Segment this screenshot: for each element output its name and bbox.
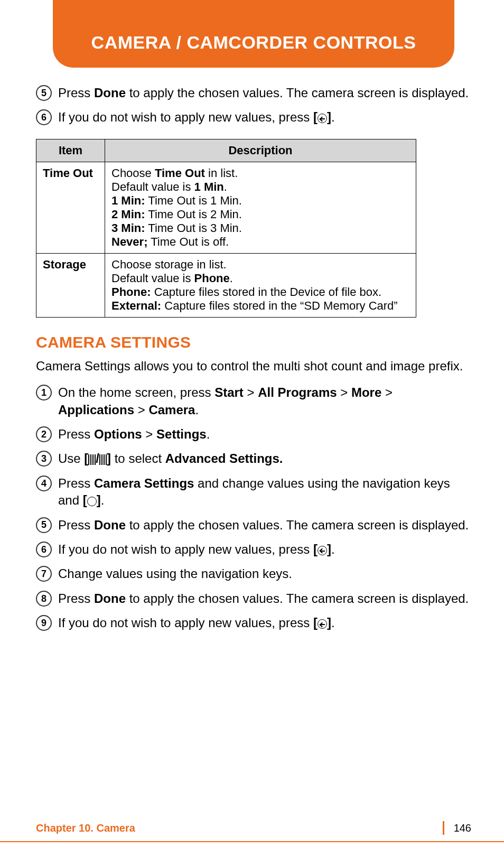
table-header-description: Description <box>105 139 416 162</box>
page-content: 5Press Done to apply the chosen values. … <box>36 85 470 639</box>
settings-table: Item Description Time OutChoose Time Out… <box>36 139 416 318</box>
step-item: 6If you do not wish to apply new values,… <box>36 109 470 126</box>
table-row: StorageChoose storage in list.Default va… <box>36 253 416 317</box>
step-number-badge: 6 <box>36 109 52 125</box>
table-row: Time OutChoose Time Out in list.Default … <box>36 162 416 253</box>
step-item: 7Change values using the navigation keys… <box>36 565 470 582</box>
step-number-badge: 5 <box>36 517 52 533</box>
table-cell-description: Choose Time Out in list.Default value is… <box>105 162 416 253</box>
scroll-icon <box>88 454 96 465</box>
step-text: Press Done to apply the chosen values. T… <box>58 590 470 607</box>
table-header-item: Item <box>36 139 105 162</box>
step-text: Use [/] to select Advanced Settings. <box>58 450 470 467</box>
back-icon <box>318 114 327 123</box>
step-text: Press Done to apply the chosen values. T… <box>58 517 470 534</box>
step-text: Press Options > Settings. <box>58 426 470 443</box>
step-text: Press Camera Settings and change values … <box>58 475 470 509</box>
step-item: 4Press Camera Settings and change values… <box>36 475 470 509</box>
step-number-badge: 4 <box>36 476 52 491</box>
step-number-badge: 9 <box>36 615 52 631</box>
page-footer: Chapter 10. Camera 146 <box>36 821 471 835</box>
table-cell-description: Choose storage in list.Default value is … <box>105 253 416 317</box>
step-text: Press Done to apply the chosen values. T… <box>58 85 470 101</box>
step-text: If you do not wish to apply new values, … <box>58 109 470 126</box>
step-item: 6If you do not wish to apply new values,… <box>36 541 470 558</box>
step-item: 2Press Options > Settings. <box>36 426 470 443</box>
step-item: 5Press Done to apply the chosen values. … <box>36 517 470 534</box>
step-number-badge: 5 <box>36 85 52 101</box>
step-text: If you do not wish to apply new values, … <box>58 614 470 631</box>
table-cell-item: Time Out <box>36 162 105 253</box>
step-text: Change values using the navigation keys. <box>58 565 470 582</box>
step-number-badge: 8 <box>36 591 52 607</box>
section-steps-list: 1On the home screen, press Start > All P… <box>36 384 470 631</box>
table-cell-item: Storage <box>36 253 105 317</box>
step-item: 9If you do not wish to apply new values,… <box>36 614 470 631</box>
footer-page-number: 146 <box>454 822 471 834</box>
step-number-badge: 1 <box>36 385 52 400</box>
back-icon <box>318 619 327 629</box>
step-item: 1On the home screen, press Start > All P… <box>36 384 470 418</box>
footer-divider-icon <box>443 821 444 835</box>
step-number-badge: 3 <box>36 451 52 467</box>
scroll-icon <box>99 454 107 465</box>
circle-icon <box>87 497 97 506</box>
step-number-badge: 6 <box>36 542 52 557</box>
footer-rule <box>0 841 504 842</box>
header-title: CAMERA / CAMCORDER CONTROLS <box>91 32 416 53</box>
back-icon <box>318 546 327 555</box>
footer-chapter: Chapter 10. Camera <box>36 822 135 834</box>
section-intro: Camera Settings allows you to control th… <box>36 358 470 375</box>
section-heading: CAMERA SETTINGS <box>36 333 470 351</box>
step-number-badge: 7 <box>36 566 52 582</box>
top-steps-list: 5Press Done to apply the chosen values. … <box>36 85 470 126</box>
step-item: 8Press Done to apply the chosen values. … <box>36 590 470 607</box>
step-text: On the home screen, press Start > All Pr… <box>58 384 470 418</box>
step-item: 5Press Done to apply the chosen values. … <box>36 85 470 101</box>
step-text: If you do not wish to apply new values, … <box>58 541 470 558</box>
step-number-badge: 2 <box>36 426 52 442</box>
header-tab: CAMERA / CAMCORDER CONTROLS <box>53 0 454 68</box>
step-item: 3Use [/] to select Advanced Settings. <box>36 450 470 467</box>
